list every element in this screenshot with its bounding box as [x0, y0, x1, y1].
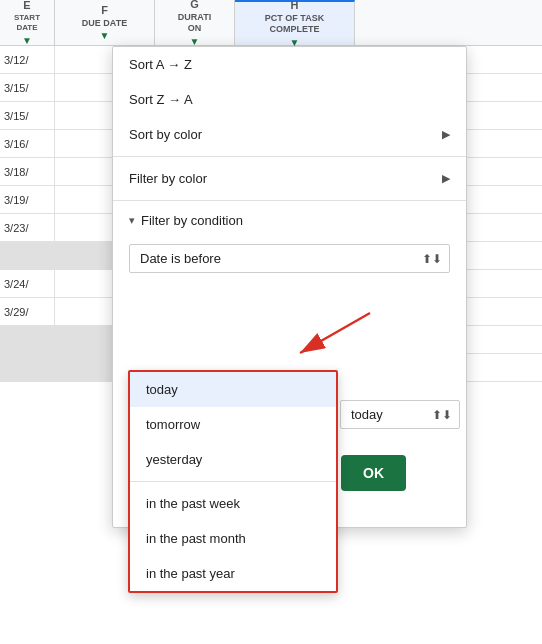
sort-z-a-item[interactable]: Sort Z → A — [113, 82, 466, 117]
sort-a-z-item[interactable]: Sort A → Z — [113, 47, 466, 82]
date-option-yesterday[interactable]: yesterday — [130, 442, 336, 477]
date-option-past-week[interactable]: in the past week — [130, 486, 336, 521]
submenu-arrow-icon-2: ▶ — [442, 172, 450, 185]
filter-icon-f[interactable]: ▼ — [100, 30, 110, 41]
date-option-past-month[interactable]: in the past month — [130, 521, 336, 556]
condition-select[interactable]: Date is before None Is empty Is not empt… — [129, 244, 450, 273]
col-e: E STARTDATE ▼ — [0, 0, 55, 45]
value-select-wrapper: today tomorrow yesterday in the past wee… — [340, 400, 460, 429]
menu-separator-2 — [113, 200, 466, 201]
value-select[interactable]: today tomorrow yesterday in the past wee… — [340, 400, 460, 429]
condition-select-wrapper: Date is before None Is empty Is not empt… — [129, 244, 450, 273]
expand-arrow-icon: ▾ — [129, 214, 135, 227]
date-option-today[interactable]: today — [130, 372, 336, 407]
ok-button[interactable]: OK — [341, 455, 406, 491]
filter-by-color-item[interactable]: Filter by color ▶ — [113, 161, 466, 196]
filter-icon-e[interactable]: ▼ — [22, 35, 32, 46]
date-options-dropdown: today tomorrow yesterday in the past wee… — [128, 370, 338, 593]
filter-by-condition-header: ▾ Filter by condition — [113, 205, 466, 236]
col-f: F DUE DATE ▼ — [55, 0, 155, 45]
menu-separator-1 — [113, 156, 466, 157]
submenu-arrow-icon: ▶ — [442, 128, 450, 141]
date-option-past-year[interactable]: in the past year — [130, 556, 336, 591]
condition-area: Date is before None Is empty Is not empt… — [113, 236, 466, 281]
col-h: H PCT OF TASKCOMPLETE ▼ — [235, 0, 355, 45]
date-option-tomorrow[interactable]: tomorrow — [130, 407, 336, 442]
sort-by-color-item[interactable]: Sort by color ▶ — [113, 117, 466, 152]
column-headers: E STARTDATE ▼ F DUE DATE ▼ G DURATION ▼ … — [0, 0, 542, 46]
col-g: G DURATION ▼ — [155, 0, 235, 45]
date-option-separator — [130, 481, 336, 482]
